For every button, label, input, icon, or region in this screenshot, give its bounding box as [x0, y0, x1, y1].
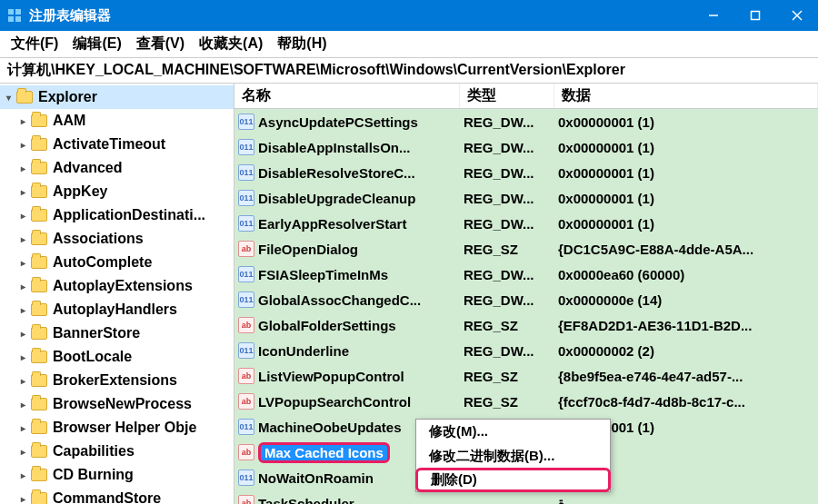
- chevron-right-icon[interactable]: ▸: [16, 138, 29, 151]
- tree-node[interactable]: ▸CommandStore: [0, 487, 234, 504]
- menu-view[interactable]: 查看(V): [131, 33, 190, 55]
- tree-node-explorer[interactable]: ▾ Explorer: [0, 85, 234, 109]
- chevron-right-icon[interactable]: ▸: [16, 185, 29, 198]
- tree-node[interactable]: ▸BrokerExtensions: [0, 369, 234, 392]
- svg-rect-3: [15, 16, 21, 22]
- ctxmenu-delete[interactable]: 删除(D): [415, 468, 611, 492]
- list-item[interactable]: abFileOpenDialogREG_SZ{DC1C5A9C-E88A-4dd…: [234, 236, 818, 262]
- list-item[interactable]: 011FSIASleepTimeInMsREG_DW...0x0000ea60 …: [234, 262, 818, 287]
- menu-favorites[interactable]: 收藏夹(A): [194, 33, 268, 55]
- list-item[interactable]: abTaskSchedulerة: [234, 490, 818, 504]
- list-item[interactable]: 011DisableResolveStoreC...REG_DW...0x000…: [234, 160, 818, 185]
- chevron-right-icon[interactable]: ▸: [16, 303, 29, 316]
- value-str-icon: ab: [238, 368, 254, 384]
- list-item[interactable]: 011DisableAppInstallsOn...REG_DW...0x000…: [234, 134, 818, 160]
- value-data: 0x00000001 (1): [554, 216, 818, 232]
- tree-node[interactable]: ▸BannerStore: [0, 321, 234, 345]
- minimize-button[interactable]: [693, 0, 734, 31]
- chevron-right-icon[interactable]: ▸: [16, 327, 29, 340]
- value-data: 0x00000001 (1): [554, 165, 818, 181]
- folder-icon: [31, 351, 47, 363]
- tree-node[interactable]: ▸CD Burning: [0, 463, 234, 487]
- chevron-right-icon[interactable]: ▸: [16, 351, 29, 363]
- list-item[interactable]: 011DisableUpgradeCleanupREG_DW...0x00000…: [234, 185, 818, 211]
- tree-node[interactable]: ▸Advanced: [0, 156, 234, 180]
- value-data: {EF8AD2D1-AE36-11D1-B2D...: [554, 318, 818, 333]
- value-data: ة: [554, 495, 818, 504]
- list-item[interactable]: 011EarlyAppResolverStartREG_DW...0x00000…: [234, 211, 818, 236]
- svg-rect-1: [15, 9, 21, 15]
- chevron-right-icon[interactable]: ▸: [16, 162, 29, 174]
- tree-node[interactable]: ▸AppKey: [0, 180, 234, 203]
- list-item[interactable]: abListViewPopupControlREG_SZ{8be9f5ea-e7…: [234, 363, 818, 389]
- list-item[interactable]: 011GlobalAssocChangedC...REG_DW...0x0000…: [234, 287, 818, 312]
- list-item[interactable]: abLVPopupSearchControlREG_SZ{fccf70c8-f4…: [234, 389, 818, 414]
- list-item[interactable]: 011IconUnderlineREG_DW...0x00000002 (2): [234, 338, 818, 363]
- tree-node[interactable]: ▸BootLocale: [0, 345, 234, 369]
- folder-icon: [31, 445, 47, 458]
- folder-icon: [31, 209, 47, 222]
- ctxmenu-modify-binary[interactable]: 修改二进制数据(B)...: [416, 444, 610, 469]
- menu-file[interactable]: 文件(F): [5, 33, 64, 55]
- value-data: 0x0000000e (14): [554, 292, 818, 308]
- column-header-type[interactable]: 类型: [460, 84, 554, 108]
- folder-icon: [31, 303, 47, 316]
- tree-label: Associations: [53, 231, 144, 247]
- tree-node[interactable]: ▸Capabilities: [0, 440, 234, 463]
- tree-label: AutoplayExtensions: [53, 278, 193, 294]
- chevron-right-icon[interactable]: ▸: [16, 421, 29, 434]
- value-name: FileOpenDialog: [258, 242, 358, 257]
- folder-icon: [31, 421, 47, 434]
- chevron-right-icon[interactable]: ▸: [16, 232, 29, 245]
- list-item[interactable]: 011AsyncUpdatePCSettingsREG_DW...0x00000…: [234, 109, 818, 134]
- context-menu: 修改(M)... 修改二进制数据(B)... 删除(D): [415, 419, 611, 492]
- svg-rect-2: [8, 16, 14, 22]
- tree-node[interactable]: ▸ActivateTimeout: [0, 133, 234, 156]
- main-pane: ▾ Explorer ▸AAM▸ActivateTimeout▸Advanced…: [0, 84, 818, 504]
- tree-node[interactable]: ▸Associations: [0, 227, 234, 251]
- tree-label: Advanced: [53, 160, 122, 176]
- value-type: REG_DW...: [460, 216, 554, 232]
- menu-edit[interactable]: 编辑(E): [67, 33, 126, 55]
- folder-icon: [31, 492, 47, 504]
- chevron-right-icon[interactable]: ▸: [16, 398, 29, 410]
- maximize-button[interactable]: [734, 0, 776, 31]
- tree-label: BootLocale: [53, 349, 132, 365]
- chevron-right-icon[interactable]: ▸: [16, 256, 29, 269]
- chevron-right-icon[interactable]: ▸: [16, 114, 29, 127]
- chevron-right-icon[interactable]: ▸: [16, 445, 29, 458]
- tree-node[interactable]: ▸ApplicationDestinati...: [0, 203, 234, 227]
- tree-node[interactable]: ▸BrowseNewProcess: [0, 392, 234, 416]
- chevron-right-icon[interactable]: ▸: [16, 280, 29, 292]
- value-bin-icon: 011: [238, 164, 254, 181]
- value-name: NoWaitOnRoamin: [258, 470, 374, 486]
- value-type: REG_DW...: [460, 191, 554, 206]
- tree-node[interactable]: ▸AutoComplete: [0, 251, 234, 274]
- list-item[interactable]: abGlobalFolderSettingsREG_SZ{EF8AD2D1-AE…: [234, 312, 818, 338]
- chevron-right-icon[interactable]: ▸: [16, 469, 29, 481]
- tree-label: ActivateTimeout: [53, 136, 165, 153]
- value-type: REG_DW...: [460, 267, 554, 282]
- menu-help[interactable]: 帮助(H): [272, 33, 332, 55]
- value-bin-icon: 011: [238, 469, 254, 486]
- tree-node[interactable]: ▸AAM: [0, 109, 234, 133]
- column-header-data[interactable]: 数据: [554, 84, 818, 108]
- tree-node[interactable]: ▸Browser Helper Obje: [0, 416, 234, 440]
- column-header-name[interactable]: 名称: [234, 84, 460, 108]
- chevron-right-icon[interactable]: ▸: [16, 209, 29, 222]
- folder-icon: [31, 232, 47, 245]
- value-str-icon: ab: [238, 241, 254, 257]
- address-bar[interactable]: 计算机\HKEY_LOCAL_MACHINE\SOFTWARE\Microsof…: [0, 58, 818, 84]
- ctxmenu-modify[interactable]: 修改(M)...: [416, 420, 610, 444]
- value-name: AsyncUpdatePCSettings: [258, 114, 418, 130]
- folder-icon: [31, 280, 47, 292]
- chevron-right-icon[interactable]: ▸: [16, 492, 29, 504]
- chevron-right-icon[interactable]: ▸: [16, 374, 29, 387]
- value-data: 0x00000001 (1): [554, 114, 818, 130]
- tree-node[interactable]: ▸AutoplayHandlers: [0, 298, 234, 321]
- value-name: IconUnderline: [258, 343, 349, 359]
- close-button[interactable]: [776, 0, 818, 31]
- tree-node[interactable]: ▸AutoplayExtensions: [0, 274, 234, 298]
- chevron-down-icon[interactable]: ▾: [2, 91, 15, 104]
- value-bin-icon: 011: [238, 139, 254, 155]
